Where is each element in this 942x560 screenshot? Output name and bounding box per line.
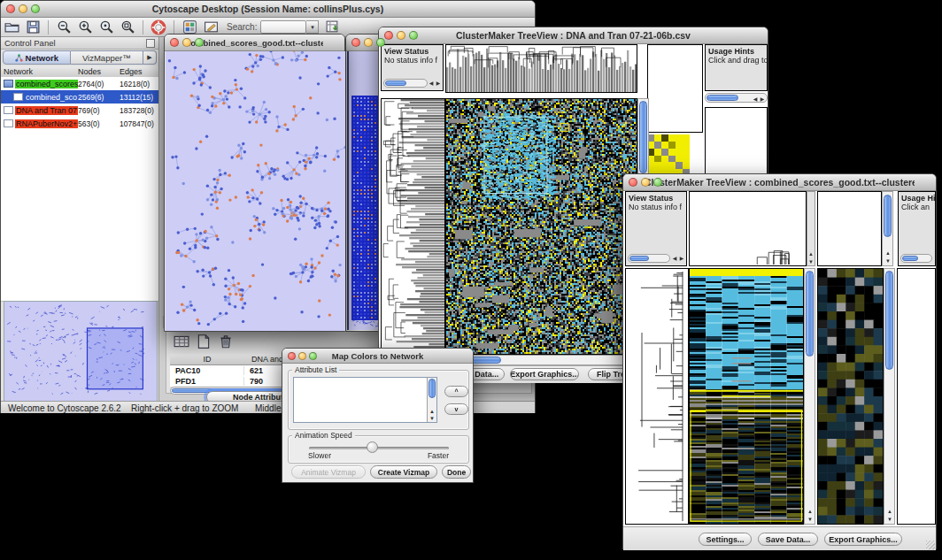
gene-label[interactable] <box>706 150 767 161</box>
gene-label[interactable] <box>898 357 935 364</box>
list-vscrollbar[interactable]: ▲ ▼ <box>427 378 436 422</box>
zoom-selected-icon[interactable] <box>98 19 114 35</box>
network-list-row[interactable]: RNAPuberNov2+ 563(0) 107847(0) <box>1 117 158 130</box>
treeview1-titlebar[interactable]: ClusterMaker TreeView : DNA and Tran 07-… <box>379 27 768 44</box>
gene-label[interactable] <box>898 420 935 428</box>
scroll-down-icon[interactable]: ▼ <box>429 416 436 421</box>
minimize-button[interactable] <box>397 31 405 40</box>
network-list-row[interactable]: combined_sco 2569(6) 13112(15) <box>1 90 158 104</box>
gene-label[interactable] <box>898 293 935 301</box>
zoom-button[interactable] <box>309 352 317 360</box>
gene-label[interactable] <box>898 404 935 412</box>
matrix-cell[interactable] <box>668 162 676 169</box>
gene-label[interactable] <box>898 325 935 333</box>
create-vizmap-button[interactable]: Create Vizmap <box>370 465 437 479</box>
gene-label[interactable] <box>898 452 935 460</box>
zoom-heatmap-canvas[interactable] <box>818 269 883 524</box>
attribute-item[interactable] <box>294 418 436 423</box>
gene-label[interactable] <box>898 341 935 349</box>
gene-label[interactable] <box>898 333 935 341</box>
matrix-cell[interactable] <box>683 142 690 149</box>
heatmap-canvas[interactable] <box>446 99 637 354</box>
matrix-cell[interactable] <box>683 134 690 142</box>
scroll-down-icon[interactable]: ▼ <box>886 517 893 522</box>
heatmap-hscrollbar[interactable] <box>445 355 637 365</box>
gene-label[interactable] <box>898 516 935 524</box>
tab-overflow-button[interactable]: ▶ <box>143 50 157 65</box>
scroll-left-icon[interactable]: ◀ <box>428 81 435 86</box>
zoom-out-icon[interactable] <box>56 19 72 35</box>
search-input[interactable] <box>260 20 306 34</box>
gene-label[interactable] <box>898 301 935 309</box>
matrix-cell[interactable] <box>683 156 690 163</box>
scroll-up-icon[interactable]: ▲ <box>807 509 814 514</box>
scroll-left-icon[interactable]: ◀ <box>752 96 759 102</box>
usage-hscrollbar[interactable]: ◀ ▶ <box>705 93 768 103</box>
zoom-fit-icon[interactable] <box>120 19 135 35</box>
matrix-cell[interactable] <box>676 149 683 156</box>
zoom-vscrollbar[interactable]: ▲ ▼ <box>884 268 895 525</box>
col-header-network[interactable]: Network <box>1 67 78 76</box>
gene-label[interactable] <box>898 388 935 396</box>
row-dendrogram-panel[interactable] <box>381 98 445 355</box>
gene-label[interactable] <box>898 500 935 508</box>
resize-grip[interactable] <box>926 541 935 549</box>
heatmap-panel[interactable] <box>445 98 637 355</box>
close-button[interactable] <box>6 4 15 13</box>
attribute-item[interactable] <box>294 394 436 402</box>
zoom-button[interactable] <box>653 178 662 187</box>
save-data-button[interactable]: Save Data... <box>758 533 818 546</box>
close-button[interactable] <box>170 38 179 47</box>
matrix-cell[interactable] <box>668 156 676 163</box>
new-attribute-icon[interactable] <box>196 334 212 349</box>
scroll-up-icon[interactable]: ▲ <box>886 509 893 514</box>
matrix-cell[interactable] <box>661 162 668 169</box>
view-status-hscrollbar[interactable] <box>383 79 428 88</box>
import-table-icon[interactable] <box>324 19 340 35</box>
scroll-down-icon[interactable]: ▼ <box>807 259 815 265</box>
gene-label[interactable] <box>898 396 935 404</box>
scroll-up-icon[interactable]: ▲ <box>884 250 892 256</box>
matrix-cell[interactable] <box>676 162 683 169</box>
gene-label[interactable] <box>898 428 935 436</box>
col-header-nodes[interactable]: Nodes <box>78 67 120 76</box>
heatmap-vscrollbar[interactable]: ▲ ▼ <box>804 268 815 525</box>
gene-label[interactable] <box>898 364 935 372</box>
treeview2-titlebar[interactable]: ClusterMaker TreeView : combined_scores_… <box>623 174 936 191</box>
row-dendrogram-canvas[interactable] <box>626 269 688 524</box>
view-status-hscrollbar[interactable] <box>628 254 670 263</box>
animate-vizmap-button[interactable]: Animate Vizmap <box>291 465 366 479</box>
gene-label[interactable] <box>898 317 935 325</box>
matrix-cell[interactable] <box>654 134 661 142</box>
scroll-right-icon[interactable]: ▶ <box>435 81 442 86</box>
gene-label[interactable] <box>706 140 767 150</box>
matrix-cell[interactable] <box>661 156 668 163</box>
attribute-item[interactable] <box>294 410 436 418</box>
gene-label[interactable] <box>898 476 935 484</box>
gene-label[interactable] <box>706 161 767 172</box>
export-graphics-button[interactable]: Export Graphics... <box>824 533 902 546</box>
gene-label[interactable] <box>898 349 935 357</box>
gene-label[interactable] <box>898 484 935 492</box>
gene-label[interactable] <box>898 309 935 317</box>
gene-label[interactable] <box>898 380 935 388</box>
column-dendrogram-canvas[interactable] <box>690 192 806 265</box>
matrix-cell[interactable] <box>661 149 668 156</box>
matrix-cell[interactable] <box>668 149 676 156</box>
minimize-button[interactable] <box>298 352 306 360</box>
column-dendrogram-canvas[interactable] <box>446 45 637 92</box>
gene-label[interactable] <box>898 508 935 516</box>
matrix-cell[interactable] <box>661 142 668 149</box>
gene-label[interactable] <box>898 285 935 293</box>
minimize-button[interactable] <box>182 38 191 47</box>
scroll-right-icon[interactable]: ▶ <box>759 96 766 102</box>
scroll-down-icon[interactable]: ▼ <box>807 517 814 522</box>
heatmap-canvas[interactable] <box>690 269 803 524</box>
labels-vscrollbar[interactable]: ▲ ▼ <box>882 191 893 266</box>
attribute-listbox[interactable]: ▲ ▼ <box>293 377 437 423</box>
close-button[interactable] <box>288 352 296 360</box>
gene-label[interactable] <box>898 436 935 444</box>
help-icon[interactable] <box>151 19 166 35</box>
export-graphics-button[interactable]: Export Graphics... <box>510 368 579 380</box>
speed-slider-track[interactable] <box>309 447 449 449</box>
